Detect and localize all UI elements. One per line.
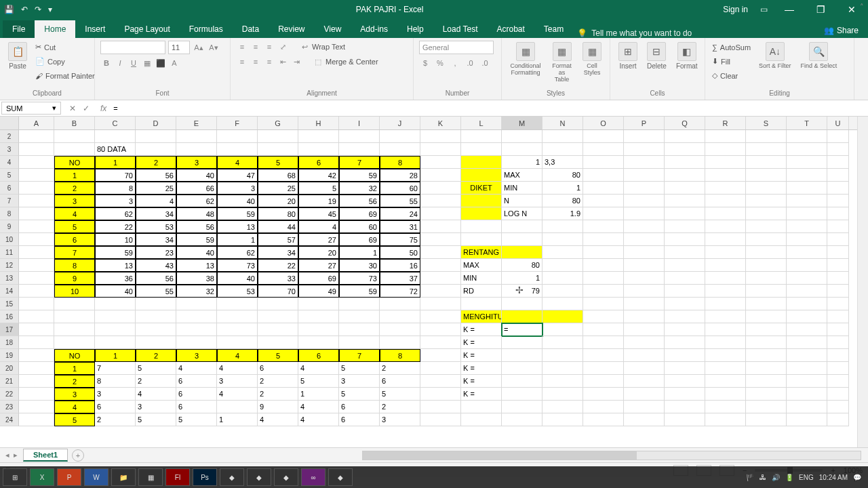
name-box[interactable]: SUM▾	[1, 102, 61, 115]
cell-D20[interactable]: 5	[136, 362, 176, 375]
cell-K23[interactable]	[420, 401, 461, 413]
cell-H19[interactable]: 6	[298, 349, 339, 362]
align-right-icon[interactable]: ≡	[263, 56, 275, 68]
cell-N24[interactable]	[542, 413, 583, 426]
cell-L4[interactable]	[461, 156, 502, 169]
cell-I16[interactable]	[339, 310, 380, 323]
cell-J22[interactable]: 5	[380, 388, 420, 401]
cell-D17[interactable]	[136, 323, 176, 336]
cell-R3[interactable]	[705, 143, 746, 156]
cell-S9[interactable]	[746, 220, 787, 233]
autosum-button[interactable]: ∑AutoSum	[711, 41, 752, 54]
increase-font-icon[interactable]: A▴	[193, 41, 205, 54]
insert-cells-button[interactable]: ⊞Insert	[616, 41, 640, 71]
underline-button[interactable]: U	[127, 57, 140, 69]
cell-J20[interactable]: 2	[380, 362, 420, 375]
format-as-table-button[interactable]: ▦Format as Table	[548, 41, 576, 84]
cell-F23[interactable]	[217, 401, 258, 413]
cell-M17[interactable]: =	[502, 323, 542, 336]
cell-R21[interactable]	[705, 375, 746, 388]
sheet-nav-prev-icon[interactable]: ◂	[5, 451, 9, 460]
cell-Q4[interactable]	[665, 156, 705, 169]
cell-I24[interactable]: 6	[339, 413, 380, 426]
cell-H22[interactable]: 1	[298, 388, 339, 401]
redo-icon[interactable]: ↷	[35, 5, 41, 14]
cell-S17[interactable]	[746, 323, 787, 336]
cell-D22[interactable]: 4	[136, 388, 176, 401]
cell-Q18[interactable]	[665, 336, 705, 349]
tray-volume-icon[interactable]: 🔊	[772, 474, 780, 481]
cell-M23[interactable]	[502, 401, 542, 413]
sort-filter-button[interactable]: A↓Sort & Filter	[756, 41, 794, 70]
cell-E8[interactable]: 48	[176, 207, 217, 220]
cell-S19[interactable]	[746, 349, 787, 362]
cell-S18[interactable]	[746, 336, 787, 349]
cell-M18[interactable]	[502, 336, 542, 349]
cell-D13[interactable]: 56	[136, 272, 176, 285]
cell-D8[interactable]: 34	[136, 207, 176, 220]
cell-F22[interactable]: 4	[217, 388, 258, 401]
cell-R16[interactable]	[705, 310, 746, 323]
taskbar-excel-icon[interactable]: X	[30, 468, 54, 486]
cell-S14[interactable]	[746, 285, 787, 298]
save-icon[interactable]: 💾	[4, 5, 14, 14]
cell-P2[interactable]	[624, 130, 665, 143]
cell-R20[interactable]	[705, 362, 746, 375]
cell-C21[interactable]: 8	[95, 375, 136, 388]
cell-H8[interactable]: 45	[298, 207, 339, 220]
cell-L12[interactable]: MAX	[461, 259, 502, 272]
cell-G21[interactable]: 2	[258, 375, 298, 388]
align-bot-icon[interactable]: ≡	[263, 41, 275, 53]
cell-M14[interactable]: 79	[502, 285, 542, 298]
cell-N8[interactable]: 1.9	[542, 207, 583, 220]
enter-formula-icon[interactable]: ✓	[83, 104, 90, 113]
cell-H2[interactable]	[298, 130, 339, 143]
fill-button[interactable]: ⬇Fill	[711, 55, 752, 68]
tab-review[interactable]: Review	[269, 20, 314, 38]
indent-dec-icon[interactable]: ⇤	[277, 56, 289, 68]
cell-H16[interactable]	[298, 310, 339, 323]
cell-P14[interactable]	[624, 285, 665, 298]
cell-R23[interactable]	[705, 401, 746, 413]
cell-G23[interactable]: 9	[258, 401, 298, 413]
cell-P16[interactable]	[624, 310, 665, 323]
cell-N14[interactable]	[542, 285, 583, 298]
cell-E17[interactable]	[176, 323, 217, 336]
cell-A21[interactable]	[19, 375, 54, 388]
cell-L9[interactable]	[461, 220, 502, 233]
cell-S21[interactable]	[746, 375, 787, 388]
cell-O20[interactable]	[583, 362, 624, 375]
cell-G20[interactable]: 6	[258, 362, 298, 375]
cell-C16[interactable]	[95, 310, 136, 323]
cell-N2[interactable]	[542, 130, 583, 143]
cell-M20[interactable]	[502, 362, 542, 375]
merge-center-button[interactable]: Merge & Center	[326, 58, 378, 66]
format-cells-button[interactable]: ◧Format	[673, 41, 701, 71]
cell-R10[interactable]	[705, 233, 746, 246]
cell-S5[interactable]	[746, 169, 787, 182]
cell-F2[interactable]	[217, 130, 258, 143]
italic-button[interactable]: I	[114, 57, 126, 69]
cell-A22[interactable]	[19, 388, 54, 401]
cell-U24[interactable]	[827, 413, 849, 426]
cell-F12[interactable]: 73	[217, 259, 258, 272]
cell-J6[interactable]: 60	[380, 182, 420, 195]
cell-C13[interactable]: 36	[95, 272, 136, 285]
cell-T17[interactable]	[787, 323, 827, 336]
cell-U14[interactable]	[827, 285, 849, 298]
cell-L19[interactable]: K =	[461, 349, 502, 362]
cell-O10[interactable]	[583, 233, 624, 246]
cell-P13[interactable]	[624, 272, 665, 285]
cell-A20[interactable]	[19, 362, 54, 375]
cell-B6[interactable]: 2	[54, 182, 95, 195]
taskbar-flash-icon[interactable]: Fl	[165, 468, 190, 486]
cell-F4[interactable]: 4	[217, 156, 258, 169]
sign-in-link[interactable]: Sign in	[723, 5, 748, 14]
comma-icon[interactable]: ,	[449, 57, 461, 69]
cell-E10[interactable]: 59	[176, 233, 217, 246]
spreadsheet-grid[interactable]: ABCDEFGHIJKLMNOPQRSTU 2380 DATA4NO123456…	[0, 117, 868, 447]
cell-J4[interactable]: 8	[380, 156, 420, 169]
cell-J9[interactable]: 31	[380, 220, 420, 233]
cell-I23[interactable]: 6	[339, 401, 380, 413]
cell-A14[interactable]	[19, 285, 54, 298]
